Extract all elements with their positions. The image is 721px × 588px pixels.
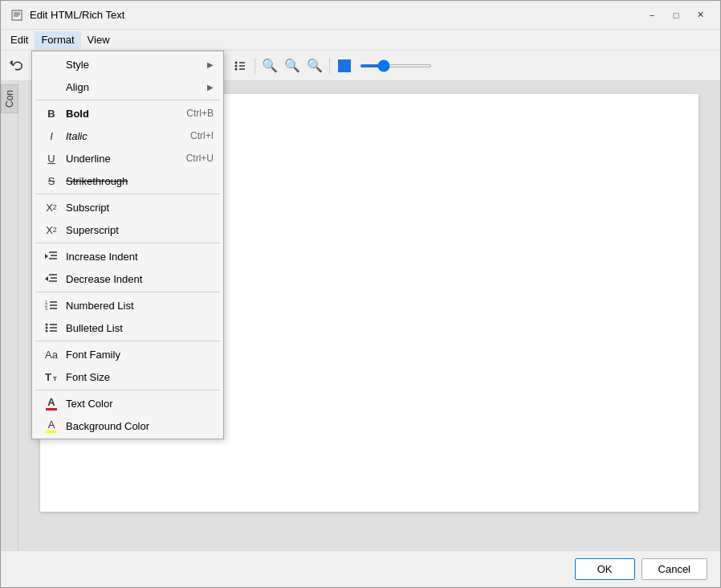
toolbar-unordered-list-button[interactable] — [230, 55, 251, 76]
menu-item-strikethrough[interactable]: S Strikethrough — [32, 169, 223, 192]
bulleted-list-icon — [42, 322, 61, 333]
zoom-fit-button[interactable]: 🔍 — [282, 55, 303, 76]
divider-6 — [35, 390, 220, 390]
cancel-button[interactable]: Cancel — [642, 558, 707, 580]
svg-marker-11 — [45, 276, 48, 281]
divider-3 — [35, 243, 220, 243]
svg-point-60 — [235, 67, 238, 70]
close-button[interactable]: ✕ — [690, 7, 711, 23]
menu-item-subscript[interactable]: X2 Subscript — [32, 196, 223, 218]
menu-item-increase-indent[interactable]: Increase Indent — [32, 245, 223, 267]
zoom-slider[interactable] — [360, 64, 432, 67]
app-icon — [10, 9, 23, 22]
menu-item-style[interactable]: Style ▶ — [32, 53, 223, 76]
numbered-list-icon: 1. 2. 3. — [42, 300, 61, 311]
menu-bar: Edit Format View Style ▶ Align ▶ — [1, 30, 720, 51]
increase-indent-icon — [42, 251, 61, 262]
window-controls: − □ ✕ — [642, 7, 711, 23]
divider-4 — [35, 292, 220, 292]
menu-item-numbered-list[interactable]: 1. 2. 3. Numbered List — [32, 294, 223, 316]
text-color-icon: A — [42, 397, 61, 410]
bottom-bar: OK Cancel — [1, 550, 720, 587]
title-bar: Edit HTML/Rich Text − □ ✕ — [1, 1, 720, 30]
menu-edit[interactable]: Edit — [4, 31, 35, 49]
maximize-button[interactable]: □ — [666, 7, 686, 23]
menu-item-font-size[interactable]: T T Font Size — [32, 365, 223, 388]
zoom-slider-container — [356, 64, 435, 67]
con-tab-label[interactable]: Con — [1, 84, 18, 113]
underline-icon: U — [42, 153, 61, 165]
superscript-icon: X2 — [42, 224, 61, 236]
svg-text:T: T — [45, 371, 51, 382]
menu-item-bulleted-list[interactable]: Bulleted List — [32, 316, 223, 339]
menu-item-bold[interactable]: B Bold Ctrl+B — [32, 102, 223, 125]
menu-item-font-family[interactable]: Aa Font Family — [32, 343, 223, 365]
svg-rect-0 — [12, 10, 22, 20]
svg-point-22 — [46, 330, 48, 333]
main-window: Edit HTML/Rich Text − □ ✕ Edit Format Vi… — [0, 0, 721, 588]
bold-icon: B — [42, 108, 61, 120]
decrease-indent-icon — [42, 273, 61, 284]
undo-button[interactable] — [6, 55, 26, 76]
sidebar-tab: Con — [1, 81, 18, 550]
title-bar-left: Edit HTML/Rich Text — [10, 9, 124, 22]
divider-5 — [35, 341, 220, 341]
ok-button[interactable]: OK — [575, 558, 635, 580]
toolbar-sep-5 — [329, 58, 330, 74]
subscript-icon: X2 — [42, 202, 61, 214]
menu-item-text-color[interactable]: A Text Color — [32, 392, 223, 414]
svg-point-18 — [46, 324, 48, 326]
menu-item-align[interactable]: Align ▶ — [32, 76, 223, 98]
toolbar-sep-4 — [255, 58, 255, 74]
strikethrough-icon: S — [42, 175, 61, 187]
svg-point-58 — [235, 64, 238, 67]
svg-point-56 — [235, 61, 238, 63]
align-arrow: ▶ — [207, 83, 214, 92]
italic-icon: I — [42, 130, 61, 142]
divider-2 — [35, 194, 220, 194]
minimize-button[interactable]: − — [642, 7, 662, 23]
menu-format[interactable]: Format — [35, 31, 80, 49]
color-swatch-button[interactable] — [334, 55, 355, 76]
menu-item-superscript[interactable]: X2 Superscript — [32, 218, 223, 241]
style-arrow: ▶ — [207, 60, 214, 69]
window-title: Edit HTML/Rich Text — [30, 9, 124, 21]
zoom-out-button[interactable]: 🔍 — [259, 55, 280, 76]
svg-point-20 — [46, 327, 48, 329]
svg-marker-7 — [45, 254, 48, 259]
divider-1 — [35, 100, 220, 100]
svg-text:3.: 3. — [45, 306, 48, 311]
format-dropdown-menu: Style ▶ Align ▶ B Bold Ctrl+B I Italic C… — [31, 51, 224, 439]
menu-item-background-color[interactable]: A Background Color — [32, 414, 223, 437]
menu-view[interactable]: View — [81, 31, 116, 49]
background-color-icon: A — [42, 419, 61, 433]
font-family-icon: Aa — [42, 349, 61, 361]
zoom-in-button[interactable]: 🔍 — [304, 55, 325, 76]
svg-text:T: T — [53, 375, 57, 382]
menu-item-decrease-indent[interactable]: Decrease Indent — [32, 267, 223, 290]
menu-item-underline[interactable]: U Underline Ctrl+U — [32, 147, 223, 169]
menu-item-italic[interactable]: I Italic Ctrl+I — [32, 125, 223, 147]
font-size-icon: T T — [42, 371, 61, 382]
